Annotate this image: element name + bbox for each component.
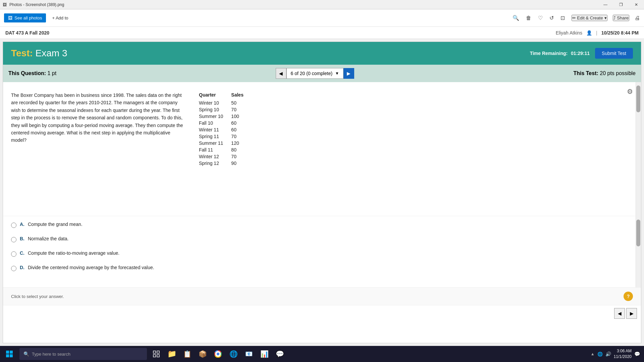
table-cell: 80 bbox=[231, 146, 252, 153]
submit-test-button[interactable]: Submit Test bbox=[595, 48, 633, 59]
answer-option-b[interactable]: B. Normalize the data. bbox=[11, 236, 633, 242]
minimize-button[interactable]: — bbox=[598, 0, 613, 9]
prev-question-button[interactable]: ◀ bbox=[276, 68, 286, 79]
table-row: Summer 10100 bbox=[199, 113, 252, 120]
excel-button[interactable]: 📊 bbox=[257, 347, 272, 361]
svg-rect-5 bbox=[157, 351, 159, 353]
table-cell: Fall 10 bbox=[199, 120, 231, 126]
radio-a[interactable] bbox=[11, 223, 16, 228]
table-row: Summer 11120 bbox=[199, 140, 252, 146]
course-title: DAT 473 A Fall 2020 bbox=[5, 30, 49, 36]
search-placeholder: Type here to search bbox=[32, 352, 70, 357]
system-tray: ▲ 🌐 🔊 3:06 AM 11/1/2020 💬 bbox=[588, 348, 643, 360]
radio-c[interactable] bbox=[11, 251, 16, 257]
table-row: Fall 1180 bbox=[199, 146, 252, 153]
volume-icon[interactable]: 🔊 bbox=[605, 351, 611, 357]
table-row: Spring 1290 bbox=[199, 160, 252, 167]
svg-rect-1 bbox=[10, 351, 13, 354]
rotate-icon[interactable]: ↺ bbox=[549, 15, 554, 21]
scroll-track[interactable] bbox=[636, 82, 641, 216]
taskbar-app-2[interactable]: 📋 bbox=[180, 347, 195, 361]
task-view-button[interactable] bbox=[149, 347, 164, 361]
restore-button[interactable]: ❐ bbox=[613, 0, 629, 9]
answer-text: Compute the grand mean. bbox=[28, 222, 83, 227]
mail-button[interactable]: 📧 bbox=[241, 347, 256, 361]
table-cell: 50 bbox=[231, 100, 252, 106]
svg-rect-4 bbox=[153, 351, 156, 353]
table-header-quarter: Quarter bbox=[199, 92, 231, 100]
crop-icon[interactable]: ⊡ bbox=[560, 15, 565, 21]
radio-b[interactable] bbox=[11, 237, 16, 242]
table-cell: 70 bbox=[231, 153, 252, 160]
answer-option-a[interactable]: A. Compute the grand mean. bbox=[11, 222, 633, 228]
network-icon[interactable]: 🌐 bbox=[597, 352, 603, 357]
info-right: Eliyah Atkins 👤 | 10/25/20 8:44 PM bbox=[556, 30, 639, 36]
table-row: Winter 1270 bbox=[199, 153, 252, 160]
system-clock[interactable]: 3:06 AM 11/1/2020 bbox=[614, 348, 632, 360]
answer-option-c[interactable]: C. Compute the ratio-to-moving average v… bbox=[11, 250, 633, 257]
question-body: The Boxer Company has been in business s… bbox=[11, 92, 633, 167]
close-button[interactable]: ✕ bbox=[629, 0, 644, 9]
radio-d[interactable] bbox=[11, 266, 16, 271]
expand-tray-icon[interactable]: ▲ bbox=[591, 352, 595, 356]
question-nav: This Question: 1 pt ◀ 6 of 20 (0 complet… bbox=[3, 65, 641, 82]
bottom-next-button[interactable]: ▶ bbox=[626, 308, 637, 319]
table-cell: 70 bbox=[231, 133, 252, 140]
scroll-thumb bbox=[636, 85, 640, 112]
answer-text: Compute the ratio-to-moving average valu… bbox=[28, 250, 119, 256]
help-button[interactable]: ? bbox=[624, 292, 633, 301]
answer-label-b: B. bbox=[20, 236, 24, 241]
answer-scroll-track[interactable] bbox=[636, 216, 641, 287]
delete-icon[interactable]: 🗑 bbox=[526, 15, 531, 21]
chrome-button[interactable] bbox=[211, 347, 225, 361]
answer-text: Normalize the data. bbox=[28, 236, 68, 241]
table-row: Spring 1070 bbox=[199, 106, 252, 113]
datetime: 10/25/20 8:44 PM bbox=[601, 30, 639, 36]
exam-title: Exam 3 bbox=[36, 48, 67, 58]
add-to-button[interactable]: + Add to bbox=[49, 13, 71, 22]
table-cell: Summer 11 bbox=[199, 140, 231, 146]
chevron-down-icon: ▼ bbox=[335, 71, 339, 76]
photos-toolbar: 🖼 See all photos + Add to 🔍 🗑 ♡ ↺ ⊡ ✏ Ed… bbox=[0, 9, 644, 27]
table-row: Winter 1160 bbox=[199, 126, 252, 133]
click-to-select-bar: Click to select your answer. ? bbox=[3, 287, 641, 305]
file-explorer-button[interactable]: 📁 bbox=[164, 347, 179, 361]
test-points: This Test: 20 pts possible bbox=[573, 70, 636, 76]
table-cell: Fall 11 bbox=[199, 146, 231, 153]
table-cell: Summer 10 bbox=[199, 113, 231, 120]
table-cell: 70 bbox=[231, 106, 252, 113]
bottom-prev-button[interactable]: ◀ bbox=[614, 308, 625, 319]
question-selector[interactable]: 6 of 20 (0 complete) ▼ bbox=[286, 68, 343, 79]
next-question-button[interactable]: ▶ bbox=[343, 68, 354, 79]
click-to-select-text: Click to select your answer. bbox=[11, 294, 64, 299]
table-cell: 120 bbox=[231, 140, 252, 146]
window-controls: — ❐ ✕ bbox=[598, 0, 644, 9]
edit-create-button[interactable]: ✏ Edit & Create ▾ bbox=[572, 15, 607, 21]
see-all-button[interactable]: 🖼 See all photos bbox=[4, 13, 46, 22]
share-button[interactable]: ⤴ Share bbox=[613, 15, 629, 21]
time-remaining-label: Time Remaining: 01:29:11 bbox=[530, 51, 590, 56]
start-button[interactable] bbox=[1, 346, 17, 362]
table-cell: Winter 10 bbox=[199, 100, 231, 106]
action-center-icon[interactable]: 💬 bbox=[634, 351, 640, 357]
content-wrapper: Test: Exam 3 Time Remaining: 01:29:11 Su… bbox=[3, 42, 641, 343]
search-bar[interactable]: 🔍 Type here to search bbox=[19, 348, 147, 360]
user-icon: 👤 bbox=[586, 30, 592, 36]
toolbar-right: ✏ Edit & Create ▾ ⤴ Share 🖨 bbox=[572, 15, 640, 21]
taskbar-app-3[interactable]: 📦 bbox=[195, 347, 210, 361]
favorite-icon[interactable]: ♡ bbox=[538, 15, 543, 21]
svg-rect-3 bbox=[10, 354, 13, 357]
svg-rect-6 bbox=[153, 355, 156, 357]
print-icon[interactable]: 🖨 bbox=[635, 15, 640, 21]
settings-icon[interactable]: ⚙ bbox=[627, 87, 633, 96]
bottom-nav: ◀ ▶ bbox=[3, 305, 641, 321]
edge-button[interactable]: 🌐 bbox=[226, 347, 241, 361]
table-cell: 60 bbox=[231, 126, 252, 133]
svg-point-9 bbox=[217, 353, 219, 355]
table-cell: 60 bbox=[231, 120, 252, 126]
teams-button[interactable]: 💬 bbox=[272, 347, 287, 361]
zoom-icon[interactable]: 🔍 bbox=[513, 15, 519, 21]
window-title: Photos - Screenshot (389).png bbox=[9, 2, 64, 7]
answer-option-d[interactable]: D. Divide the centered moving average by… bbox=[11, 265, 633, 271]
table-cell: Spring 12 bbox=[199, 160, 231, 167]
